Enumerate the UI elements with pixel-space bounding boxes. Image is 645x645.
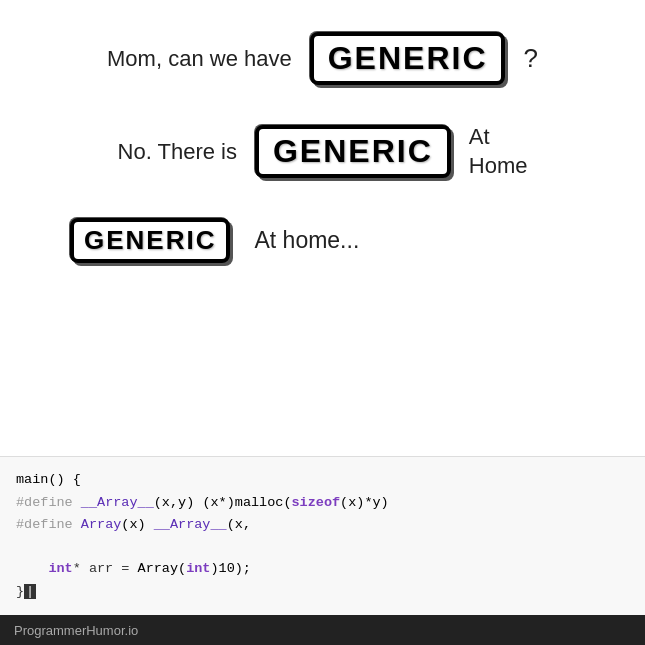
row3-at-home-text: At home... xyxy=(254,227,359,254)
code-block: main() { #define __Array__(x,y) (x*)mall… xyxy=(0,456,645,615)
code-line-1: main() { xyxy=(16,469,629,491)
footer-bar: ProgrammerHumor.io xyxy=(0,615,645,645)
meme-content: Mom, can we have GENERIC ? No. There is … xyxy=(0,0,645,456)
code-line-5: int* arr = Array(int)10); xyxy=(16,558,629,580)
code-line-3: #define Array(x) __Array__(x, xyxy=(16,514,629,536)
code-line-6: }| xyxy=(16,581,629,603)
row3-generic-badge: GENERIC xyxy=(70,218,230,263)
code-line-2: #define __Array__(x,y) (x*)malloc(sizeof… xyxy=(16,492,629,514)
meme-container: Mom, can we have GENERIC ? No. There is … xyxy=(0,0,645,645)
row2-at-home-text: AtHome xyxy=(469,123,528,180)
footer-label: ProgrammerHumor.io xyxy=(14,623,138,638)
row1: Mom, can we have GENERIC ? xyxy=(20,10,625,95)
row3: GENERIC At home... xyxy=(20,190,625,273)
row1-left-text: Mom, can we have xyxy=(107,46,292,72)
row1-generic-badge: GENERIC xyxy=(310,32,506,85)
row1-question-mark: ? xyxy=(523,43,537,74)
row2: No. There is GENERIC AtHome xyxy=(20,95,625,190)
row2-generic-badge: GENERIC xyxy=(255,125,451,178)
code-line-4 xyxy=(16,536,629,558)
row2-left-text: No. There is xyxy=(118,139,237,165)
